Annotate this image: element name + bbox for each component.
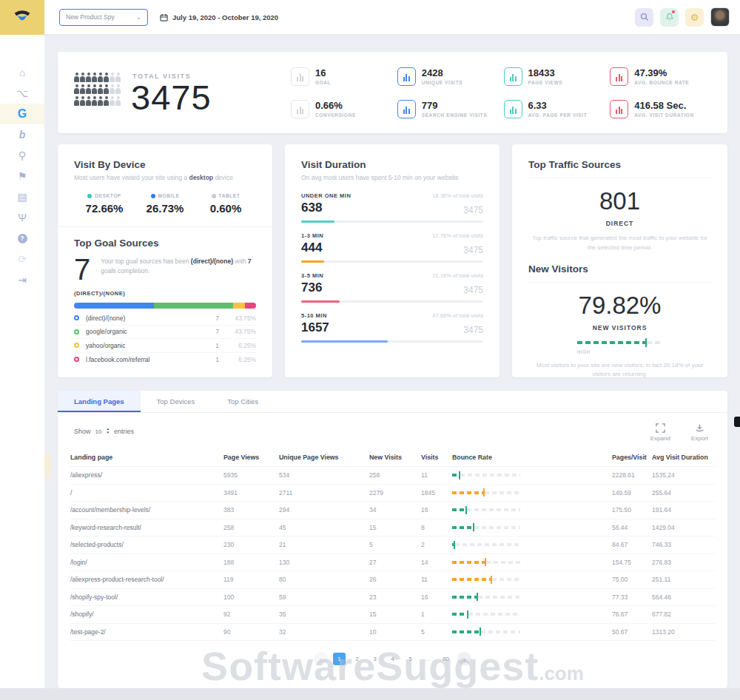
page-button-1[interactable]: 1 bbox=[333, 653, 346, 665]
sidebar-item-sync[interactable]: ⟳ bbox=[0, 249, 44, 269]
page-button-5[interactable]: 5 bbox=[404, 653, 417, 665]
source-pct: 6.25% bbox=[219, 356, 256, 363]
table-header-row: Landing pagePage ViewsUnique Page ViewsN… bbox=[70, 448, 715, 467]
person-icon bbox=[115, 96, 121, 106]
duration-bucket-3-5-min: 3-5 MIN21.18% of total visits 7363475 bbox=[301, 272, 483, 303]
table-row[interactable]: / 3491 2711 2279 1845 149.59 255.64 bbox=[70, 485, 715, 502]
goal-source-row[interactable]: l.facebook.com/referral 1 6.25% bbox=[74, 353, 256, 367]
cell-page-views: 230 bbox=[223, 541, 279, 548]
sidebar-item-map[interactable]: ⚑ bbox=[0, 166, 44, 186]
bing-icon: b bbox=[19, 129, 26, 140]
sidebar-item-logout[interactable]: ⇥ bbox=[0, 269, 44, 290]
person-icon bbox=[92, 73, 97, 82]
person-icon bbox=[92, 84, 97, 94]
column-visits[interactable]: Visits bbox=[421, 454, 452, 461]
source-label: google/organic bbox=[86, 328, 127, 335]
top-traffic-value: 801 bbox=[528, 187, 711, 215]
export-button[interactable]: Export bbox=[691, 423, 708, 442]
column-avg-visit-duration[interactable]: Avg Visit Duration bbox=[652, 454, 715, 461]
cell-unique-page-views: 32 bbox=[279, 628, 369, 636]
table-row[interactable]: /selected-products/ 230 21 5 2 84.67 746… bbox=[70, 536, 715, 554]
goal-bar-segment bbox=[233, 303, 244, 309]
gauge-fill bbox=[577, 341, 646, 344]
goal-source-row[interactable]: yahoo/organic 1 6.25% bbox=[74, 339, 256, 353]
tab-top-devices[interactable]: Top Devices bbox=[141, 391, 212, 412]
source-label: yahoo/organic bbox=[86, 342, 125, 349]
expand-button[interactable]: Expand bbox=[650, 423, 670, 442]
page-button-3[interactable]: 3 bbox=[369, 653, 381, 665]
sidebar-item-funnel[interactable]: ⌥ bbox=[0, 83, 44, 104]
logout-icon: ⇥ bbox=[18, 275, 27, 285]
pagination: ‹12345...80› bbox=[70, 652, 715, 666]
column-unique-page-views[interactable]: Unique Page Views bbox=[279, 454, 369, 461]
page-button-80[interactable]: 80 bbox=[440, 653, 452, 665]
cell-unique-page-views: 21 bbox=[279, 541, 369, 548]
table-row[interactable]: /login/ 188 130 27 14 154.75 276.83 bbox=[70, 554, 715, 572]
stat-value: 779 bbox=[422, 100, 488, 111]
column-pages-visit[interactable]: Pages/Visit bbox=[612, 454, 652, 461]
table-row[interactable]: /aliexpress/ 5935 534 258 11 2228.61 153… bbox=[70, 467, 715, 485]
visit-duration-subtitle: On avg most users have spent 5-10 min on… bbox=[301, 174, 483, 181]
table-row[interactable]: /aliexpress-product-research-tool/ 119 8… bbox=[70, 571, 715, 589]
cell-avg-visit-duration: 564.46 bbox=[652, 593, 715, 601]
user-avatar[interactable] bbox=[710, 7, 730, 27]
stat-value: 16 bbox=[315, 67, 331, 78]
tab-landing-pages[interactable]: Landing Pages bbox=[58, 391, 141, 412]
total-visits-card: TOTAL VISITS 3475 16GOAL 2428UNIQUE VISI… bbox=[58, 52, 727, 133]
stat-label: UNIQUE VISITS bbox=[422, 80, 462, 85]
sidebar-item-help[interactable]: ? bbox=[0, 228, 44, 249]
column-bounce-rate[interactable]: Bounce Rate bbox=[452, 454, 612, 461]
app-logo[interactable] bbox=[0, 0, 44, 35]
sidebar-item-keyword-search[interactable]: ⚲ bbox=[0, 145, 44, 166]
source-ring-icon bbox=[74, 357, 79, 362]
product-select[interactable]: New Product Spy ⌄ bbox=[59, 9, 148, 26]
page-button-4[interactable]: 4 bbox=[386, 653, 399, 665]
new-visitors-title: New Visitors bbox=[528, 263, 711, 283]
table-row[interactable]: /test-page-2/ 90 32 10 5 50.67 1313.20 bbox=[70, 624, 715, 642]
bounce-rate-bar bbox=[452, 471, 520, 479]
bell-icon bbox=[665, 13, 674, 21]
goal-description: Your top goal sources has been (direct)/… bbox=[101, 255, 256, 284]
table-row[interactable]: /shopify/ 92 35 15 1 76.67 677.82 bbox=[70, 606, 715, 624]
tab-top-cities[interactable]: Top Cities bbox=[211, 391, 275, 412]
goal-source-row[interactable]: google/organic 7 43.75% bbox=[74, 326, 256, 340]
funnel-icon: ⌥ bbox=[16, 88, 28, 98]
table-row[interactable]: /account/membership-levels/ 383 294 34 1… bbox=[70, 502, 715, 519]
table-row[interactable]: /keyword-research-result/ 258 45 15 8 56… bbox=[70, 519, 715, 537]
person-icon bbox=[98, 73, 103, 82]
next-page-button[interactable]: › bbox=[457, 652, 471, 666]
table-row[interactable]: /shopify-spy-tool/ 100 59 23 16 77.33 56… bbox=[70, 589, 715, 607]
cell-unique-page-views: 294 bbox=[279, 506, 369, 514]
column-page-views[interactable]: Page Views bbox=[223, 454, 279, 461]
prev-page-button[interactable]: ‹ bbox=[314, 652, 328, 666]
cell-new-visits: 258 bbox=[369, 471, 421, 479]
sidebar-item-billing[interactable]: ▤ bbox=[0, 186, 44, 207]
stat-goal: 16GOAL bbox=[291, 63, 397, 90]
cell-unique-page-views: 59 bbox=[279, 593, 369, 601]
feedback-tab[interactable] bbox=[44, 453, 51, 478]
source-ring-icon bbox=[74, 315, 79, 320]
person-icon bbox=[104, 96, 109, 106]
footer-strip bbox=[0, 688, 740, 700]
source-ring-icon bbox=[74, 329, 79, 334]
person-icon bbox=[92, 96, 97, 106]
notifications-button[interactable] bbox=[660, 8, 679, 27]
sidebar-item-google-analytics[interactable]: G bbox=[0, 104, 44, 124]
sidebar-item-home[interactable]: ⌂ bbox=[0, 62, 44, 83]
people-grid bbox=[74, 73, 121, 107]
bounce-rate-bar bbox=[452, 610, 520, 619]
settings-button[interactable]: ⚙ bbox=[685, 8, 704, 27]
duration-bar bbox=[301, 300, 483, 303]
entries-stepper[interactable]: ▲▼ bbox=[106, 428, 109, 435]
visit-by-device-card: Visit By Device Most users have visited … bbox=[58, 144, 272, 377]
sidebar-item-bing[interactable]: b bbox=[0, 124, 44, 145]
page-button-2[interactable]: 2 bbox=[351, 653, 363, 665]
sidebar-item-integrations[interactable]: Ψ bbox=[0, 207, 44, 228]
search-button[interactable] bbox=[635, 8, 653, 27]
column-new-visits[interactable]: New Visits bbox=[369, 454, 421, 461]
date-range-picker[interactable]: July 19, 2020 - October 19, 2020 bbox=[160, 13, 278, 21]
cell-visits: 8 bbox=[421, 524, 452, 531]
cell-landing-page: /aliexpress-product-research-tool/ bbox=[70, 576, 223, 583]
column-landing-page[interactable]: Landing page bbox=[70, 454, 223, 461]
goal-source-row[interactable]: (direct)/(none) 7 43.75% bbox=[74, 312, 256, 326]
